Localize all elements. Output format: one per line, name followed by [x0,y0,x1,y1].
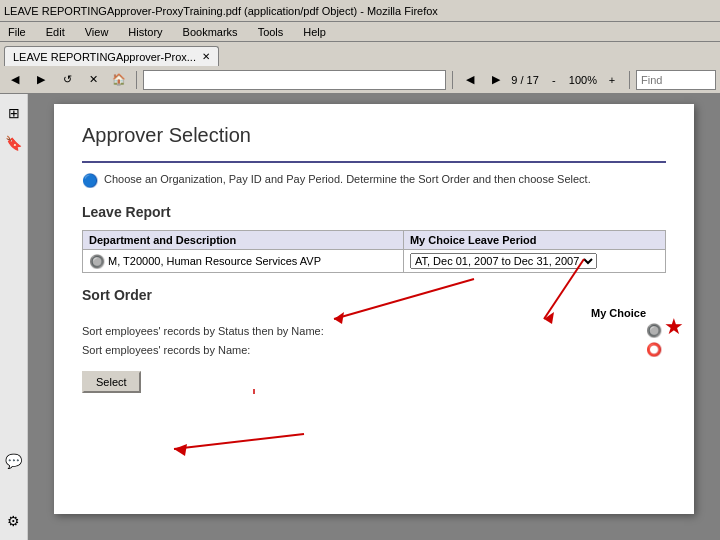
main-container: ⊞ 🔖 💬 ⚙ Approver Selection 🔵 Choose an O… [0,94,720,540]
zoom-in-button[interactable]: + [601,69,623,91]
browser-tabs: LEAVE REPORTINGApprover-Prox... ✕ [0,42,720,66]
stop-button[interactable]: ✕ [82,69,104,91]
my-choice-sort-label: My Choice [82,307,666,319]
sort-radio-2[interactable]: ⭕ [642,342,666,357]
sidebar-bookmarks-icon[interactable]: 🔖 [3,132,25,154]
instruction-box: 🔵 Choose an Organization, Pay ID and Pay… [82,173,666,188]
sort-order-section: Sort Order My Choice Sort employees' rec… [82,287,666,357]
menu-tools[interactable]: Tools [254,26,288,38]
page-heading: Approver Selection [82,124,666,147]
menu-help[interactable]: Help [299,26,330,38]
pdf-page: Approver Selection 🔵 Choose an Organizat… [54,104,694,514]
table-row: 🔘 M, T20000, Human Resource Services AVP… [83,250,666,273]
browser-titlebar: LEAVE REPORTINGApprover-ProxyTraining.pd… [0,0,720,22]
period-select[interactable]: AT, Dec 01, 2007 to Dec 31, 2007 [410,253,597,269]
sort-option-2-text: Sort employees' records by Name: [82,344,642,356]
svg-text:★: ★ [664,314,684,339]
pdf-sidebar: ⊞ 🔖 💬 ⚙ [0,94,28,540]
active-tab[interactable]: LEAVE REPORTINGApprover-Prox... ✕ [4,46,219,66]
menu-file[interactable]: File [4,26,30,38]
forward-button[interactable]: ▶ [30,69,52,91]
menu-view[interactable]: View [81,26,113,38]
toolbar-separator-3 [629,71,630,89]
svg-line-5 [174,434,304,449]
svg-marker-6 [174,444,187,456]
back-button[interactable]: ◀ [4,69,26,91]
page-indicator: 9 / 17 [511,74,539,86]
browser-title: LEAVE REPORTINGApprover-ProxyTraining.pd… [4,5,438,17]
instruction-text: Choose an Organization, Pay ID and Pay P… [104,173,591,185]
leave-report-table: Department and Description My Choice Lea… [82,230,666,273]
find-input[interactable] [636,70,716,90]
toolbar-separator [136,71,137,89]
menu-bookmarks[interactable]: Bookmarks [179,26,242,38]
address-bar[interactable] [143,70,446,90]
sort-radio-1[interactable]: 🔘 [642,323,666,338]
dept-radio-icon[interactable]: 🔘 [89,254,105,269]
reload-button[interactable]: ↺ [56,69,78,91]
select-button[interactable]: Select [82,371,141,393]
sort-option-2-row: Sort employees' records by Name: ⭕ [82,342,666,357]
leave-report-title: Leave Report [82,204,666,220]
next-page-button[interactable]: ▶ [485,69,507,91]
sidebar-thumbs-icon[interactable]: ⊞ [3,102,25,124]
sidebar-bottom-icon-1[interactable]: 💬 [3,450,25,472]
home-button[interactable]: 🏠 [108,69,130,91]
tab-close-button[interactable]: ✕ [202,51,210,62]
pdf-area: Approver Selection 🔵 Choose an Organizat… [28,94,720,540]
zoom-out-button[interactable]: - [543,69,565,91]
sort-option-1-row: Sort employees' records by Status then b… [82,323,666,338]
menu-history[interactable]: History [124,26,166,38]
sidebar-bottom-icon-2[interactable]: ⚙ [3,510,25,532]
prev-page-button[interactable]: ◀ [459,69,481,91]
menu-edit[interactable]: Edit [42,26,69,38]
period-cell: AT, Dec 01, 2007 to Dec 31, 2007 [403,250,665,273]
dept-header: Department and Description [83,231,404,250]
browser-toolbar: ◀ ▶ ↺ ✕ 🏠 ◀ ▶ 9 / 17 - 100% + [0,66,720,94]
zoom-level: 100% [569,74,597,86]
toolbar-separator-2 [452,71,453,89]
info-icon: 🔵 [82,173,98,188]
sort-order-heading: Sort Order [82,287,666,303]
browser-menubar: File Edit View History Bookmarks Tools H… [0,22,720,42]
dept-cell: 🔘 M, T20000, Human Resource Services AVP [83,250,404,273]
dept-value: M, T20000, Human Resource Services AVP [108,255,321,267]
sort-option-1-text: Sort employees' records by Status then b… [82,325,642,337]
my-choice-header: My Choice Leave Period [403,231,665,250]
tab-label: LEAVE REPORTINGApprover-Prox... [13,51,196,63]
